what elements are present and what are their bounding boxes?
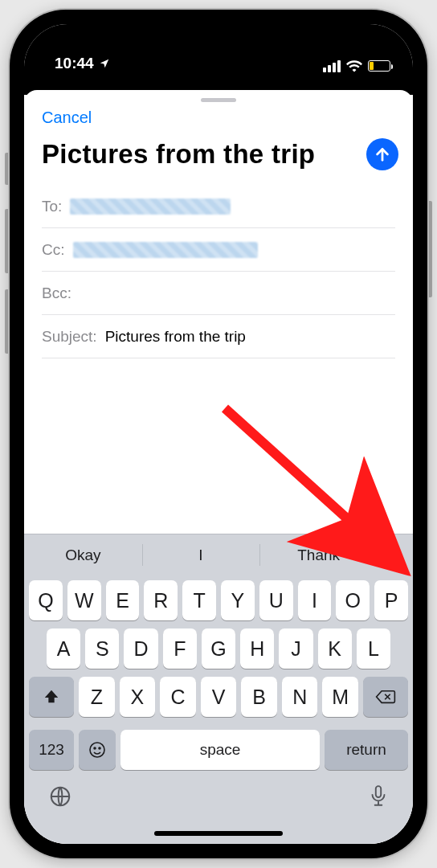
compose-title: Pictures from the trip bbox=[42, 139, 360, 170]
cancel-button[interactable]: Cancel bbox=[42, 108, 92, 126]
sheet-grabber[interactable] bbox=[201, 98, 236, 102]
svg-point-2 bbox=[99, 747, 100, 749]
backspace-icon bbox=[375, 688, 396, 706]
key-t[interactable]: T bbox=[182, 580, 216, 620]
arrow-up-icon bbox=[374, 145, 391, 163]
key-m[interactable]: M bbox=[322, 677, 358, 717]
key-row-1: Q W E R T Y U I O P bbox=[29, 580, 408, 620]
key-n[interactable]: N bbox=[282, 677, 318, 717]
bcc-field[interactable]: Bcc: bbox=[42, 272, 395, 315]
globe-icon bbox=[48, 784, 72, 809]
keyboard: Okay I Thank Q W E R T Y U bbox=[24, 534, 413, 844]
svg-rect-4 bbox=[376, 786, 381, 797]
key-i[interactable]: I bbox=[298, 580, 332, 620]
home-indicator[interactable] bbox=[154, 831, 283, 836]
key-f[interactable]: F bbox=[163, 628, 197, 669]
key-w[interactable]: W bbox=[67, 580, 101, 620]
numeric-key[interactable]: 123 bbox=[29, 730, 74, 770]
microphone-icon bbox=[368, 784, 389, 809]
subject-field[interactable]: Subject: Pictures from the trip bbox=[42, 315, 395, 358]
key-d[interactable]: D bbox=[124, 628, 157, 669]
key-v[interactable]: V bbox=[201, 677, 237, 717]
key-c[interactable]: C bbox=[160, 677, 196, 717]
location-icon bbox=[99, 58, 110, 69]
to-field[interactable]: To: bbox=[42, 185, 395, 228]
subject-label: Subject: bbox=[42, 328, 97, 346]
suggestion-0[interactable]: Okay bbox=[24, 534, 142, 575]
key-s[interactable]: S bbox=[85, 628, 119, 669]
key-e[interactable]: E bbox=[106, 580, 140, 620]
key-row-3: Z X C V B N M bbox=[29, 677, 408, 717]
screen: 10:44 Cancel Pictures from the trip bbox=[24, 24, 413, 844]
key-r[interactable]: R bbox=[144, 580, 178, 620]
chevron-left-icon bbox=[390, 547, 401, 564]
battery-icon bbox=[368, 60, 390, 72]
emoji-key[interactable] bbox=[79, 730, 116, 770]
subject-value: Pictures from the trip bbox=[105, 328, 246, 346]
key-g[interactable]: G bbox=[202, 628, 235, 669]
key-j[interactable]: J bbox=[279, 628, 312, 669]
side-button-power bbox=[427, 201, 432, 297]
to-value-redacted bbox=[70, 199, 231, 215]
shift-key[interactable] bbox=[29, 677, 74, 717]
status-time: 10:44 bbox=[55, 55, 94, 72]
key-z[interactable]: Z bbox=[79, 677, 115, 717]
cellular-signal-icon bbox=[323, 60, 341, 72]
key-u[interactable]: U bbox=[259, 580, 293, 620]
backspace-key[interactable] bbox=[363, 677, 408, 717]
to-label: To: bbox=[42, 198, 62, 215]
svg-point-1 bbox=[94, 747, 96, 749]
key-y[interactable]: Y bbox=[221, 580, 255, 620]
return-key[interactable]: return bbox=[325, 730, 408, 770]
emoji-icon bbox=[88, 740, 107, 760]
key-l[interactable]: L bbox=[357, 628, 390, 669]
phone-frame: 10:44 Cancel Pictures from the trip bbox=[10, 10, 427, 858]
dictation-key[interactable] bbox=[368, 784, 389, 812]
shift-icon bbox=[43, 688, 60, 706]
cc-value-redacted bbox=[73, 242, 258, 258]
cc-label: Cc: bbox=[42, 241, 65, 259]
notch bbox=[126, 24, 311, 50]
key-b[interactable]: B bbox=[241, 677, 277, 717]
compose-sheet: Cancel Pictures from the trip To: Cc: bbox=[24, 90, 413, 844]
key-a[interactable]: A bbox=[47, 628, 80, 669]
suggestion-2[interactable]: Thank bbox=[259, 534, 378, 575]
wifi-icon bbox=[346, 59, 362, 72]
bcc-label: Bcc: bbox=[42, 285, 71, 302]
suggestion-bar: Okay I Thank bbox=[24, 534, 413, 575]
globe-key[interactable] bbox=[48, 784, 72, 812]
send-button[interactable] bbox=[366, 138, 398, 170]
space-key[interactable]: space bbox=[120, 730, 320, 770]
svg-point-0 bbox=[90, 743, 104, 757]
suggestion-1[interactable]: I bbox=[142, 534, 260, 575]
key-p[interactable]: P bbox=[374, 580, 408, 620]
key-o[interactable]: O bbox=[336, 580, 370, 620]
key-x[interactable]: X bbox=[120, 677, 156, 717]
suggestion-expand-toggle[interactable] bbox=[378, 534, 413, 575]
key-h[interactable]: H bbox=[240, 628, 274, 669]
key-k[interactable]: K bbox=[318, 628, 352, 669]
cc-field[interactable]: Cc: bbox=[42, 228, 395, 272]
key-row-ctrl: 123 space return bbox=[24, 730, 413, 776]
key-row-2: A S D F G H J K L bbox=[29, 628, 408, 669]
key-q[interactable]: Q bbox=[29, 580, 63, 620]
